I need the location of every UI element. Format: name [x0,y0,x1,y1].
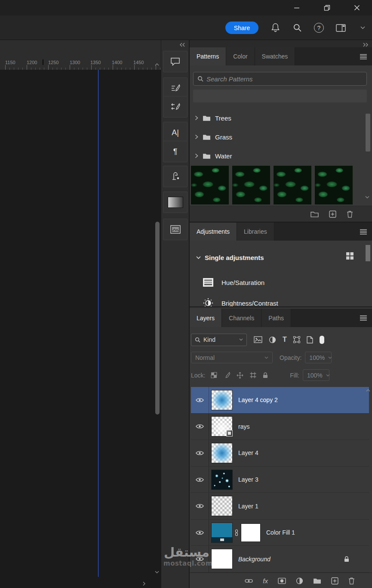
layer-name[interactable]: rays [238,423,249,430]
layer-row-layer-4[interactable]: Layer 4 [191,440,369,467]
lock-position-move-icon[interactable] [237,372,243,379]
visibility-eye-icon[interactable] [191,467,209,493]
adjustments-panel-menu-icon[interactable] [360,229,367,235]
adjustments-scrollbar[interactable] [366,245,370,261]
filter-shape-layers-icon[interactable] [293,336,300,343]
workspace-switcher-icon[interactable] [335,23,346,33]
tab-adjustments[interactable]: Adjustments [190,223,237,241]
chevron-right-icon[interactable] [195,134,198,139]
tool-presets-panel-icon[interactable] [163,96,188,118]
close-button[interactable] [342,0,372,15]
add-layer-mask-icon[interactable] [278,578,286,584]
grid-view-icon[interactable] [346,252,354,260]
visibility-eye-icon[interactable] [191,440,209,466]
filter-smart-objects-icon[interactable] [307,336,313,344]
scroll-down-icon[interactable] [364,194,370,200]
comment-panel-icon[interactable] [163,51,188,72]
tab-layers[interactable]: Layers [190,309,222,327]
pattern-swatch[interactable] [315,166,353,204]
new-adjustment-layer-icon[interactable] [296,577,303,585]
layer-thumbnail[interactable] [211,416,233,436]
help-icon[interactable]: ? [314,23,324,33]
filter-kind-dropdown[interactable]: Kind [191,334,247,346]
new-group-folder-icon[interactable] [311,211,319,217]
layer-name[interactable]: Color Fill 1 [266,529,295,536]
layer-row-layer-3[interactable]: Layer 3 [191,467,369,493]
layer-mask-thumbnail[interactable] [241,523,261,542]
layer-name[interactable]: Layer 4 copy 2 [238,396,278,403]
fill-dropdown[interactable]: 100% [303,369,329,381]
pattern-folder-grass[interactable]: Grass [190,127,362,146]
visibility-eye-icon[interactable] [191,387,209,413]
new-layer-icon[interactable] [331,577,338,585]
scroll-down-icon[interactable] [154,569,160,575]
opacity-dropdown[interactable]: 100% [305,352,332,363]
adjustment-brightness-contrast[interactable]: Brightness/Contrast [203,294,278,306]
layer-style-fx-icon[interactable]: fx [263,577,268,585]
visibility-eye-icon[interactable] [191,520,209,546]
layer-thumbnail[interactable] [211,549,233,569]
layer-thumbnail[interactable] [211,390,233,410]
pattern-folder-water[interactable]: Water [190,146,362,165]
layer-thumbnail[interactable] [211,496,233,516]
lock-pixels-brush-icon[interactable] [224,372,230,378]
background-lock-icon[interactable] [344,556,349,562]
layers-panel-menu-icon[interactable] [360,315,367,321]
layer-row-rays[interactable]: rays [191,414,369,440]
layer-row-color-fill-1[interactable]: Color Fill 1 [191,520,369,546]
layer-filter-toggle[interactable] [320,336,324,344]
notifications-bell-icon[interactable] [270,23,280,33]
pattern-search-input[interactable] [206,75,363,83]
layer-name[interactable]: Layer 1 [238,503,258,510]
layer-row-background[interactable]: Background [191,546,369,573]
layer-row-layer-4-copy-2[interactable]: Layer 4 copy 2 [191,387,369,414]
chevron-right-icon[interactable] [195,115,198,121]
link-layers-icon[interactable] [245,579,253,583]
layer-mask-link-icon[interactable] [234,529,239,536]
lock-all-icon[interactable] [263,372,268,378]
pattern-swatch[interactable] [232,166,270,204]
patterns-panel-menu-icon[interactable] [360,54,367,59]
visibility-eye-icon[interactable] [191,414,209,440]
tab-swatches[interactable]: Swatches [255,47,295,65]
layer-name[interactable]: Background [238,556,271,563]
delete-trash-icon[interactable] [347,210,353,218]
maximize-button[interactable] [312,0,342,15]
lock-artboard-icon[interactable] [250,372,256,378]
canvas-area[interactable]: 1150 1200 1250 1300 1350 1400 1450 [0,40,161,588]
pattern-folder-trees[interactable]: Trees [190,108,362,127]
tab-libraries[interactable]: Libraries [237,223,274,241]
canvas-vertical-scrollbar[interactable] [155,222,160,415]
scroll-up-icon[interactable] [366,389,370,392]
adjustment-hue-saturation[interactable]: Hue/Saturation [203,273,264,292]
glyphs-panel-icon[interactable] [163,166,188,187]
blend-mode-dropdown[interactable]: Normal [191,352,273,363]
paragraph-panel-icon[interactable]: ¶ [163,141,188,162]
filter-pixel-layers-icon[interactable] [254,336,262,343]
delete-layer-trash-icon[interactable] [348,577,355,585]
workspace-chevron-down-icon[interactable] [357,23,368,33]
layer-thumbnail[interactable] [211,470,233,490]
scroll-up-icon[interactable] [154,62,160,68]
chevron-right-icon[interactable] [195,153,198,158]
guide-line[interactable] [98,70,98,577]
tab-patterns[interactable]: Patterns [190,47,226,65]
layer-name[interactable]: Layer 4 [238,449,258,456]
visibility-eye-icon[interactable] [191,493,209,519]
tab-paths[interactable]: Paths [261,309,291,327]
layer-name[interactable]: Layer 3 [238,476,258,483]
new-group-icon[interactable] [313,578,321,584]
layer-row-layer-1[interactable]: Layer 1 [191,493,369,520]
new-pattern-icon[interactable] [329,210,336,218]
document-viewport[interactable] [0,70,161,588]
lock-transparency-icon[interactable] [211,372,217,378]
tab-color[interactable]: Color [226,47,255,65]
filter-adjustment-layers-icon[interactable] [269,336,276,344]
pattern-search-box[interactable] [193,72,367,86]
share-button[interactable]: Share [225,22,258,34]
layer-thumbnail[interactable] [211,523,233,543]
scroll-right-icon[interactable] [141,581,147,587]
single-adjustments-header[interactable]: Single adjustments [196,251,264,264]
collapse-panels-left-icon[interactable] [179,41,185,49]
search-icon[interactable] [292,23,302,33]
